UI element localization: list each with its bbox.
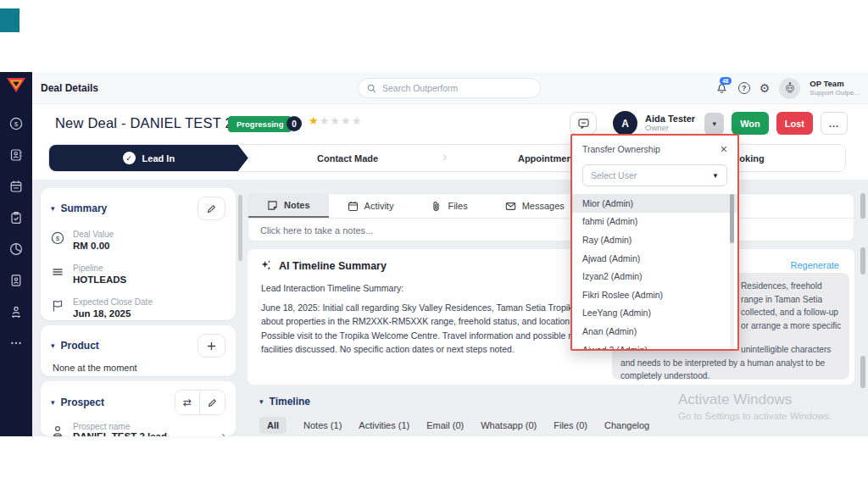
tab-files[interactable]: Files bbox=[412, 194, 486, 218]
user-option[interactable]: Ajwad 2 (Admin) bbox=[572, 341, 737, 351]
regenerate-link[interactable]: Regenerate bbox=[791, 260, 840, 270]
page-scrollbar[interactable] bbox=[860, 247, 865, 274]
reports-icon[interactable] bbox=[9, 242, 23, 256]
summary-title: Summary bbox=[61, 202, 108, 214]
chevron-down-icon: ▾ bbox=[51, 204, 55, 213]
edit-summary-button[interactable] bbox=[198, 197, 225, 220]
user-option[interactable]: LeeYang (Admin) bbox=[572, 304, 737, 323]
page-title: Deal Details bbox=[41, 82, 98, 94]
user-option[interactable]: Ray (Admin) bbox=[572, 230, 737, 249]
svg-text:$: $ bbox=[56, 235, 60, 242]
tab-bar: Notes Activity Files Messages AI Follow … bbox=[248, 194, 854, 219]
transfer-prospect-button[interactable]: ⇄ bbox=[175, 391, 200, 414]
notifications-bell-icon[interactable]: 48 bbox=[715, 81, 729, 95]
summary-section-header[interactable]: ▾ Summary bbox=[51, 202, 107, 214]
stage-label: Lead In bbox=[142, 153, 175, 164]
star-icon: ★ bbox=[320, 114, 331, 127]
help-icon[interactable]: ? bbox=[738, 82, 750, 94]
page-scrollbar[interactable] bbox=[860, 193, 865, 219]
dollar-circle-icon: $ bbox=[51, 231, 64, 245]
sparkle-icon bbox=[259, 259, 272, 272]
filter-notes[interactable]: Notes (1) bbox=[303, 420, 342, 430]
close-icon[interactable]: × bbox=[721, 143, 727, 155]
tab-notes[interactable]: Notes bbox=[248, 194, 329, 218]
user-list-scrollbar[interactable] bbox=[730, 194, 734, 243]
user-option[interactable]: Anan (Admin) bbox=[572, 322, 737, 341]
left-panel-scrollbar[interactable] bbox=[238, 195, 242, 261]
agents-icon[interactable] bbox=[9, 305, 23, 319]
product-title: Product bbox=[61, 340, 99, 352]
more-actions-button[interactable]: ... bbox=[821, 112, 848, 135]
chevron-down-icon: ▾ bbox=[712, 119, 716, 128]
deal-rating[interactable]: ★★★★★ bbox=[309, 114, 362, 127]
envelope-icon bbox=[505, 201, 516, 212]
account-avatar[interactable] bbox=[779, 78, 800, 99]
account-name-block[interactable]: OP Team Support Outpe... bbox=[810, 80, 860, 97]
activate-windows-watermark: Activate Windows Go to Settings to activ… bbox=[678, 391, 832, 421]
calendar-icon bbox=[348, 201, 359, 212]
tab-label: Messages bbox=[522, 201, 565, 211]
filter-changelog[interactable]: Changelog bbox=[604, 420, 649, 430]
contacts-icon[interactable] bbox=[9, 148, 23, 162]
side-box-line: completely understood. bbox=[620, 369, 841, 383]
more-icon[interactable] bbox=[9, 336, 23, 350]
deal-status-badge: Progressing bbox=[228, 116, 292, 132]
lost-button[interactable]: Lost bbox=[776, 112, 813, 135]
user-option[interactable]: Mior (Admin) bbox=[572, 194, 737, 213]
product-section-header[interactable]: ▾ Product bbox=[51, 340, 99, 352]
user-option[interactable]: Izyan2 (Admin) bbox=[572, 267, 737, 286]
ai-summary-title: AI Timeline Summary bbox=[279, 260, 387, 272]
prospect-section-header[interactable]: ▾ Prospect bbox=[51, 396, 104, 408]
page-scrollbar[interactable] bbox=[860, 356, 865, 388]
tab-label: Activity bbox=[364, 201, 394, 211]
sidebar-nav: $ bbox=[9, 117, 23, 350]
chevron-down-icon: ▾ bbox=[51, 398, 55, 407]
tab-label: Notes bbox=[284, 200, 310, 210]
edit-prospect-button[interactable] bbox=[200, 391, 225, 414]
stage-lead-in[interactable]: ✓ Lead In bbox=[49, 145, 248, 171]
documents-icon[interactable] bbox=[9, 274, 23, 287]
star-icon: ★ bbox=[330, 114, 341, 127]
summary-item-pipeline: Pipeline HOTLEADS bbox=[41, 258, 236, 291]
global-search[interactable] bbox=[358, 78, 541, 98]
settings-gear-icon[interactable]: ⚙ bbox=[760, 82, 771, 94]
filter-files[interactable]: Files (0) bbox=[554, 420, 587, 430]
summary-item-value: HOTLEADS bbox=[73, 274, 126, 286]
prospect-name-item[interactable]: Prospect name DANIEL TEST 2 lead › bbox=[41, 419, 236, 436]
owner-block: Aida Tester Owner bbox=[645, 114, 695, 134]
filter-activities[interactable]: Activities (1) bbox=[359, 420, 409, 430]
search-input[interactable] bbox=[382, 83, 526, 93]
comment-button[interactable] bbox=[570, 112, 597, 135]
user-option[interactable]: Ajwad (Admin) bbox=[572, 249, 737, 268]
note-input[interactable]: Click here to take a notes... bbox=[248, 219, 854, 242]
owner-avatar[interactable]: A bbox=[613, 111, 637, 136]
user-option[interactable]: fahmi (Admin) bbox=[572, 213, 737, 231]
filter-email[interactable]: Email (0) bbox=[426, 420, 464, 430]
svg-text:$: $ bbox=[14, 120, 19, 128]
notes-tabs-card: Notes Activity Files Messages AI Follow … bbox=[248, 193, 854, 241]
summary-item-close-date: Expected Close Date Jun 18, 2025 bbox=[41, 291, 236, 325]
star-icon: ★ bbox=[352, 114, 363, 127]
filter-all[interactable]: All bbox=[259, 417, 287, 434]
select-user-dropdown[interactable]: Select User ▼ bbox=[582, 164, 727, 186]
tab-messages[interactable]: Messages bbox=[487, 194, 583, 218]
prospect-name-label: Prospect name bbox=[73, 422, 167, 431]
add-product-button[interactable] bbox=[198, 334, 225, 358]
timeline-section-header[interactable]: ▾ Timeline bbox=[259, 396, 310, 408]
product-card: ▾ Product None at the moment bbox=[41, 325, 236, 376]
filter-whatsapp[interactable]: Whatsapp (0) bbox=[481, 420, 537, 430]
chevron-right-icon: › bbox=[221, 429, 225, 436]
won-button[interactable]: Won bbox=[732, 112, 769, 135]
owner-dropdown-button[interactable]: ▾ bbox=[704, 113, 724, 135]
calendar-icon[interactable] bbox=[9, 180, 23, 193]
stage-contact-made[interactable]: Contact Made › bbox=[248, 145, 448, 171]
app-sidebar: $ bbox=[0, 72, 32, 436]
outperform-logo-icon[interactable] bbox=[7, 78, 25, 93]
chevron-down-icon: ▾ bbox=[51, 341, 55, 350]
summary-item-label: Pipeline bbox=[73, 263, 126, 274]
user-option[interactable]: Fikri Roslee (Admin) bbox=[572, 286, 737, 304]
tab-activity[interactable]: Activity bbox=[329, 194, 413, 218]
summary-item-value: Jun 18, 2025 bbox=[73, 308, 153, 320]
deals-icon[interactable]: $ bbox=[9, 117, 23, 130]
tasks-icon[interactable] bbox=[9, 211, 23, 225]
